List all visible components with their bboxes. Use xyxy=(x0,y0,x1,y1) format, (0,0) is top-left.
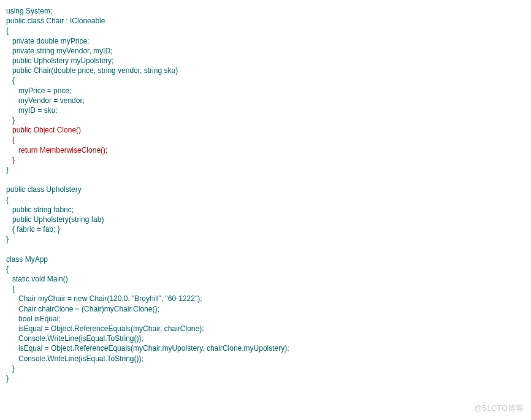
code-line: } xyxy=(6,235,9,243)
code-line-highlight: } xyxy=(6,156,15,164)
code-line: bool isEqual; xyxy=(6,315,61,323)
code-line: { xyxy=(6,76,15,85)
code-line: public class Chair : ICloneable xyxy=(6,17,105,25)
code-line: } xyxy=(6,116,15,124)
code-line: Chair myChair = new Chair(120.0, "Broyhi… xyxy=(6,294,202,303)
code-line: } xyxy=(6,364,15,373)
watermark: @51CTO博客 xyxy=(474,403,524,414)
code-line: isEqual = Object.ReferenceEquals(myChair… xyxy=(6,344,289,353)
code-line: Console.WriteLine(isEqual.ToString()); xyxy=(6,334,143,343)
code-line: public Upholstery myUpolstery; xyxy=(6,56,113,65)
code-line: { xyxy=(6,26,9,35)
code-line: myID = sku; xyxy=(6,106,58,115)
code-line: public string fabric; xyxy=(6,205,74,214)
code-line: public Upholstery(string fab) xyxy=(6,215,104,224)
code-line: { xyxy=(6,196,9,204)
code-line: using System; xyxy=(6,7,52,15)
code-line: static void Main() xyxy=(6,275,68,283)
code-line: { xyxy=(6,284,15,293)
code-line: public class Upholstery xyxy=(6,185,82,194)
code-line: myVendor = vendor; xyxy=(6,96,85,105)
code-line: isEqual = Object.ReferenceEquals(myChair… xyxy=(6,324,204,333)
code-block: using System; public class Chair : IClon… xyxy=(6,6,525,383)
code-line-highlight: return MemberwiseClone(); xyxy=(6,146,107,155)
code-line: class MyApp xyxy=(6,255,48,264)
code-line: Console.WriteLine(isEqual.ToString()); xyxy=(6,354,143,363)
code-line: private string myVendor, myID; xyxy=(6,47,112,55)
code-line: } xyxy=(6,374,9,383)
code-line: { fabric = fab; } xyxy=(6,225,60,234)
code-line: { xyxy=(6,265,9,273)
code-line: Chair chairClone = (Chair)myChair.Clone(… xyxy=(6,305,159,313)
code-line-highlight: public Object Clone() xyxy=(6,126,81,134)
code-line: public Chair(double price, string vendor… xyxy=(6,66,178,75)
code-line: private double myPrice; xyxy=(6,37,89,45)
code-line: } xyxy=(6,166,9,174)
code-line-highlight: { xyxy=(6,136,15,144)
code-line: myPrice = price; xyxy=(6,86,71,95)
